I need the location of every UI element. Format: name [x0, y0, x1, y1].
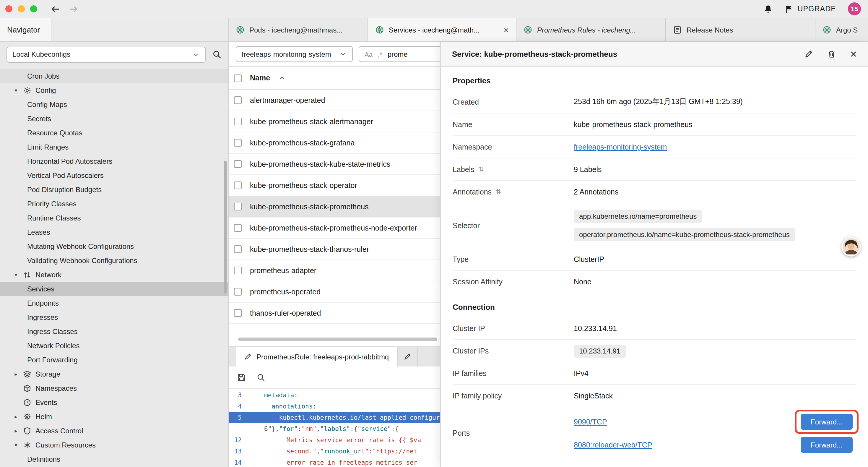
editor-search-icon[interactable]	[256, 373, 265, 382]
sidebar-item-config[interactable]: ▾Config	[0, 83, 228, 97]
sidebar-item-leases[interactable]: Leases	[0, 225, 228, 239]
sidebar-item-limit-ranges[interactable]: Limit Ranges	[0, 140, 228, 154]
kubeconfig-selector[interactable]: Local Kubeconfigs	[6, 47, 206, 62]
sidebar-item-mutating-webhook-configurations[interactable]: Mutating Webhook Configurations	[0, 239, 228, 254]
save-icon[interactable]	[237, 373, 246, 382]
column-header-name[interactable]: Name	[250, 74, 270, 82]
user-avatar[interactable]	[841, 237, 861, 257]
kubeconfig-row: Local Kubeconfigs	[0, 42, 228, 67]
tab-close-icon[interactable]: ×	[503, 25, 509, 34]
sidebar-item-horizontal-pod-autoscalers[interactable]: Horizontal Pod Autoscalers	[0, 154, 228, 169]
sidebar-item-namespaces[interactable]: Namespaces	[0, 381, 228, 396]
dock-tab-prometheusrule[interactable]: PrometheusRule: freeleaps-prod-rabbitmq	[236, 347, 398, 367]
regex-toggle[interactable]: .*	[378, 51, 382, 58]
window-close-button[interactable]	[5, 5, 12, 12]
select-all-checkbox[interactable]	[234, 74, 242, 82]
kubernetes-icon	[236, 25, 245, 34]
horizontal-scrollbar[interactable]	[238, 338, 437, 341]
trash-icon[interactable]	[827, 50, 836, 59]
chevron-right-icon[interactable]: ▸	[12, 414, 20, 420]
namespace-selector[interactable]: freeleaps-monitoring-system	[236, 46, 353, 62]
sidebar-item-services[interactable]: Services	[0, 282, 228, 296]
sidebar-item-network-policies[interactable]: Network Policies	[0, 339, 228, 353]
chevron-down-icon[interactable]: ▾	[12, 442, 20, 448]
sidebar-item-vertical-pod-autoscalers[interactable]: Vertical Pod Autoscalers	[0, 169, 228, 183]
row-checkbox[interactable]	[234, 309, 242, 317]
sidebar-item-storage[interactable]: ▸Storage	[0, 367, 228, 381]
tab-argo-s[interactable]: Argo S	[815, 18, 868, 41]
sidebar-item-label: Helm	[35, 413, 52, 421]
sort-toggle-icon[interactable]: ⇅	[496, 188, 501, 196]
sidebar-item-resource-quotas[interactable]: Resource Quotas	[0, 126, 228, 140]
tab-pods-icecheng-mathmas[interactable]: Pods - icecheng@mathmas...	[229, 18, 368, 41]
service-name: kube-prometheus-stack-prometheus	[250, 202, 369, 211]
tab-release-notes[interactable]: Release Notes	[666, 18, 815, 41]
sidebar-search-icon[interactable]	[212, 50, 222, 59]
notification-count-badge[interactable]: 15	[848, 2, 861, 16]
row-checkbox[interactable]	[234, 160, 242, 168]
sort-ascending-icon[interactable]	[278, 75, 285, 82]
detail-value: 253d 16h 6m ago (2025年1月13日 GMT+8 1:25:3…	[574, 97, 743, 107]
chevron-right-icon[interactable]: ▸	[12, 428, 20, 434]
tab-prometheus-rules-icecheng[interactable]: Prometheus Rules - icecheng...	[517, 18, 666, 41]
notifications-bell-icon[interactable]	[763, 4, 773, 13]
sidebar-item-priority-classes[interactable]: Priority Classes	[0, 197, 228, 211]
sidebar-item-cron-jobs[interactable]: Cron Jobs	[0, 69, 228, 83]
dock-tab-partial[interactable]	[398, 347, 418, 367]
row-checkbox[interactable]	[234, 245, 242, 253]
detail-value: 2 Annotations	[574, 188, 619, 196]
sidebar-item-helm[interactable]: ▸Helm	[0, 410, 228, 424]
row-checkbox[interactable]	[234, 96, 242, 104]
sidebar-item-label: Pod Disruption Budgets	[27, 185, 102, 194]
detail-link[interactable]: freeleaps-monitoring-system	[574, 143, 667, 151]
tab-label: Pods - icecheng@mathmas...	[249, 26, 361, 34]
sidebar-item-ingress-classes[interactable]: Ingress Classes	[0, 324, 228, 339]
sidebar-item-label: Runtime Classes	[27, 214, 81, 222]
row-checkbox[interactable]	[234, 118, 242, 125]
row-checkbox[interactable]	[234, 224, 242, 232]
row-checkbox[interactable]	[234, 139, 242, 147]
window-zoom-button[interactable]	[30, 5, 37, 12]
sidebar-item-runtime-classes[interactable]: Runtime Classes	[0, 211, 228, 225]
sidebar-item-pod-disruption-budgets[interactable]: Pod Disruption Budgets	[0, 183, 228, 197]
detail-label: Created	[453, 98, 574, 106]
sidebar-item-definitions[interactable]: Definitions	[0, 452, 228, 466]
port-link[interactable]: 9090/TCP	[574, 418, 607, 426]
line-content: kubectl.kubernetes.io/last-applied-confi…	[246, 412, 462, 423]
sort-toggle-icon[interactable]: ⇅	[478, 166, 484, 173]
kubeconfig-selector-value: Local Kubeconfigs	[12, 50, 70, 59]
close-icon[interactable]: ×	[850, 49, 857, 60]
sidebar-item-network[interactable]: ▾Network	[0, 268, 228, 282]
sidebar-item-config-maps[interactable]: Config Maps	[0, 97, 228, 112]
tab-services-icecheng-math[interactable]: Services - icecheng@math...×	[368, 18, 517, 41]
forward-button[interactable]	[68, 4, 79, 14]
sidebar-item-ingresses[interactable]: Ingresses	[0, 310, 228, 324]
sidebar-item-port-forwarding[interactable]: Port Forwarding	[0, 353, 228, 367]
row-checkbox[interactable]	[234, 288, 242, 296]
events-icon	[23, 399, 31, 407]
sidebar-scrollbar[interactable]	[224, 161, 227, 294]
edit-pencil-icon[interactable]	[804, 50, 813, 59]
chevron-right-icon[interactable]: ▸	[12, 371, 20, 377]
sidebar-item-secrets[interactable]: Secrets	[0, 112, 228, 126]
sidebar-item-custom-resources[interactable]: ▾Custom Resources	[0, 438, 228, 452]
chevron-down-icon[interactable]: ▾	[12, 272, 20, 278]
row-checkbox[interactable]	[234, 203, 242, 210]
service-name: kube-prometheus-stack-operator	[250, 181, 357, 189]
sidebar-item-access-control[interactable]: ▸Access Control	[0, 424, 228, 438]
forward-button[interactable]: Forward...	[801, 437, 852, 453]
forward-button-highlight-annotation: Forward...	[801, 414, 852, 430]
port-link[interactable]: 8080:reloader-web/TCP	[574, 441, 652, 449]
sidebar-item-validating-webhook-configurations[interactable]: Validating Webhook Configurations	[0, 254, 228, 268]
sidebar-item-events[interactable]: Events	[0, 396, 228, 410]
back-button[interactable]	[50, 4, 60, 14]
upgrade-label: UPGRADE	[797, 5, 836, 13]
window-minimize-button[interactable]	[18, 5, 25, 12]
match-case-toggle[interactable]: Aa	[365, 51, 373, 58]
forward-button[interactable]: Forward...	[801, 414, 852, 430]
row-checkbox[interactable]	[234, 267, 242, 274]
row-checkbox[interactable]	[234, 181, 242, 189]
sidebar-item-endpoints[interactable]: Endpoints	[0, 296, 228, 310]
upgrade-button[interactable]: UPGRADE	[784, 4, 836, 13]
chevron-down-icon[interactable]: ▾	[12, 87, 20, 93]
